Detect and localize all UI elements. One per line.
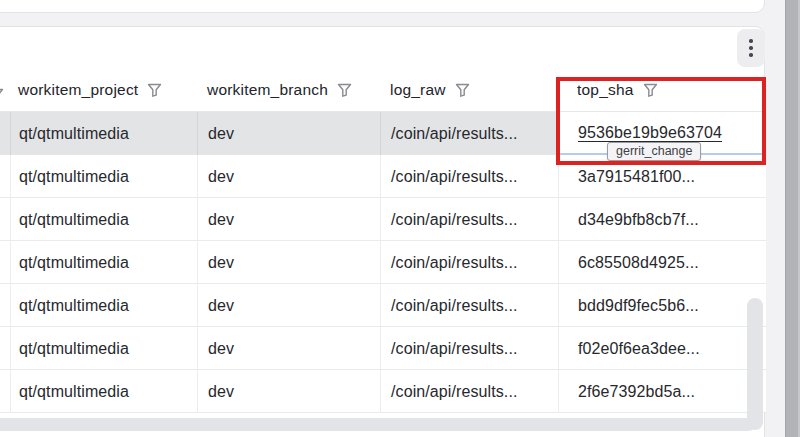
- filter-funnel-icon[interactable]: [455, 83, 470, 97]
- filter-funnel-icon[interactable]: [337, 83, 352, 97]
- column-label: top_sha: [577, 81, 634, 99]
- top-sha-link[interactable]: 3a7915481f00...: [578, 168, 695, 186]
- cell-top-sha[interactable]: f02e0f6ea3dee...: [558, 327, 766, 370]
- row-index-cell: [0, 112, 10, 155]
- column-header-top-sha[interactable]: top_sha: [577, 81, 658, 99]
- cell-text: qt/qtmultimedia: [19, 125, 129, 143]
- table-row: qt/qtmultimedia dev /coin/api/results...…: [0, 327, 766, 370]
- log-raw-link[interactable]: /coin/api/results...: [391, 383, 518, 401]
- vertical-scrollbar-thumb[interactable]: [747, 298, 763, 430]
- top-sha-link[interactable]: d34e9bfb8cb7f...: [578, 211, 699, 229]
- top-sha-link[interactable]: f02e0f6ea3dee...: [578, 340, 700, 358]
- log-raw-link[interactable]: /coin/api/results...: [391, 125, 518, 143]
- kebab-menu-icon: [749, 39, 753, 57]
- table-row: qt/qtmultimedia dev /coin/api/results...…: [0, 198, 766, 241]
- cell-workitem-branch[interactable]: dev: [197, 370, 380, 413]
- cell-workitem-branch[interactable]: dev: [197, 241, 380, 284]
- cell-text: qt/qtmultimedia: [19, 383, 129, 401]
- row-index-cell: [0, 284, 10, 327]
- cell-workitem-project[interactable]: qt/qtmultimedia: [10, 327, 197, 370]
- cell-text: dev: [208, 125, 234, 143]
- cell-log-raw[interactable]: /coin/api/results...: [380, 112, 558, 155]
- cell-text: dev: [208, 383, 234, 401]
- cell-top-sha[interactable]: 6c85508d4925...: [558, 241, 766, 284]
- cell-log-raw[interactable]: /coin/api/results...: [380, 284, 558, 327]
- tooltip-text: gerrit_change: [616, 144, 692, 158]
- cell-workitem-branch[interactable]: dev: [197, 198, 380, 241]
- column-header-workitem-project[interactable]: workitem_project: [18, 81, 162, 99]
- cell-workitem-project[interactable]: qt/qtmultimedia: [10, 198, 197, 241]
- table-row: qt/qtmultimedia dev /coin/api/results...…: [0, 370, 766, 413]
- table-header-row: workitem_project workitem_branch log_raw…: [0, 70, 766, 112]
- horizontal-scrollbar-thumb[interactable]: [0, 418, 755, 431]
- table-row: qt/qtmultimedia dev /coin/api/results...…: [0, 155, 766, 198]
- cell-workitem-branch[interactable]: dev: [197, 112, 380, 155]
- column-header-workitem-branch[interactable]: workitem_branch: [207, 81, 352, 99]
- cell-top-sha[interactable]: bdd9df9fec5b6...: [558, 284, 766, 327]
- cell-text: dev: [208, 211, 234, 229]
- cell-text: dev: [208, 297, 234, 315]
- row-index-cell: [0, 155, 10, 198]
- cell-workitem-project[interactable]: qt/qtmultimedia: [10, 284, 197, 327]
- top-sha-link[interactable]: 2f6e7392bd5a...: [578, 383, 695, 401]
- cell-text: qt/qtmultimedia: [19, 254, 129, 272]
- window-scrollbar-rail[interactable]: [785, 0, 800, 437]
- cell-text: dev: [208, 254, 234, 272]
- column-label: workitem_branch: [207, 81, 328, 99]
- cell-text: dev: [208, 340, 234, 358]
- cell-workitem-branch[interactable]: dev: [197, 155, 380, 198]
- tooltip: gerrit_change: [607, 142, 701, 161]
- cell-log-raw[interactable]: /coin/api/results...: [380, 198, 558, 241]
- column-label: workitem_project: [18, 81, 138, 99]
- cell-top-sha[interactable]: 3a7915481f00...: [558, 155, 766, 198]
- top-sha-link[interactable]: 6c85508d4925...: [578, 254, 699, 272]
- table-row: qt/qtmultimedia dev /coin/api/results...…: [0, 241, 766, 284]
- cell-log-raw[interactable]: /coin/api/results...: [380, 327, 558, 370]
- cell-workitem-branch[interactable]: dev: [197, 327, 380, 370]
- cell-text: qt/qtmultimedia: [19, 168, 129, 186]
- cell-text: qt/qtmultimedia: [19, 297, 129, 315]
- cell-workitem-project[interactable]: qt/qtmultimedia: [10, 370, 197, 413]
- top-sha-link[interactable]: bdd9df9fec5b6...: [578, 297, 699, 315]
- cell-workitem-branch[interactable]: dev: [197, 284, 380, 327]
- filter-funnel-icon[interactable]: [643, 83, 658, 97]
- cell-text: dev: [208, 168, 234, 186]
- row-index-cell: [0, 241, 10, 284]
- cell-workitem-project[interactable]: qt/qtmultimedia: [10, 155, 197, 198]
- column-header-log-raw[interactable]: log_raw: [390, 81, 470, 99]
- cell-log-raw[interactable]: /coin/api/results...: [380, 241, 558, 284]
- cell-text: qt/qtmultimedia: [19, 340, 129, 358]
- row-index-cell: [0, 327, 10, 370]
- cell-top-sha[interactable]: 2f6e7392bd5a...: [558, 370, 766, 413]
- top-sha-link[interactable]: 9536be19b9e63704: [578, 124, 722, 142]
- table-row: qt/qtmultimedia dev /coin/api/results...…: [0, 284, 766, 327]
- log-raw-link[interactable]: /coin/api/results...: [391, 340, 518, 358]
- cell-log-raw[interactable]: /coin/api/results...: [380, 370, 558, 413]
- cell-workitem-project[interactable]: qt/qtmultimedia: [10, 241, 197, 284]
- cell-workitem-project[interactable]: qt/qtmultimedia: [10, 112, 197, 155]
- top-card: [0, 0, 765, 13]
- column-label: log_raw: [390, 81, 446, 99]
- cell-top-sha[interactable]: d34e9bfb8cb7f...: [558, 198, 766, 241]
- row-index-cell: [0, 370, 10, 413]
- log-raw-link[interactable]: /coin/api/results...: [391, 168, 518, 186]
- row-index-cell: [0, 198, 10, 241]
- filter-funnel-icon[interactable]: [147, 83, 162, 97]
- log-raw-link[interactable]: /coin/api/results...: [391, 211, 518, 229]
- cell-text: qt/qtmultimedia: [19, 211, 129, 229]
- log-raw-link[interactable]: /coin/api/results...: [391, 297, 518, 315]
- log-raw-link[interactable]: /coin/api/results...: [391, 254, 518, 272]
- panel-menu-button[interactable]: [737, 29, 765, 67]
- cell-log-raw[interactable]: /coin/api/results...: [380, 155, 558, 198]
